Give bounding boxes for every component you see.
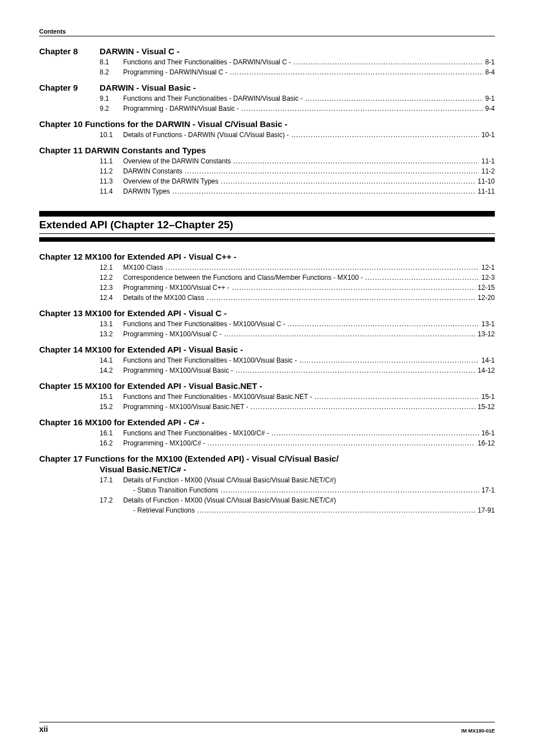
entry-title: Functions and Their Functionalities - DA… [123, 93, 483, 104]
entry-title: Programming - MX100/Visual C - [123, 329, 475, 339]
entry-page: 14-12 [475, 365, 495, 375]
entry-number: 9.1 [100, 93, 123, 104]
entry-page: 12-15 [475, 283, 495, 293]
toc-entry: 10.1Details of Functions - DARWIN (Visua… [100, 130, 495, 140]
entry-page: 10-1 [479, 130, 495, 140]
chapter-block: Chapter 13 MX100 for Extended API - Visu… [39, 308, 495, 339]
entry-page: 17-91 [475, 505, 495, 515]
entry-page: 9-4 [483, 104, 495, 114]
entry-page: 15-1 [479, 392, 495, 402]
toc-entry: 15.1Functions and Their Functionalities … [100, 392, 495, 402]
entry-number: 14.2 [100, 365, 123, 375]
entry-subtitle: - Status Transition Functions [123, 485, 479, 495]
entry-subtitle: - Retrieval Functions [123, 505, 475, 515]
entry-page: 11-2 [479, 166, 495, 176]
toc-entry-sub: - Retrieval Functions17-91 [100, 505, 495, 515]
entry-page: 9-1 [483, 93, 495, 104]
chapter-heading: Chapter 16 MX100 for Extended API - C# - [39, 417, 495, 427]
chapter-block: Chapter 17 Functions for the MX100 (Exte… [39, 454, 495, 515]
toc-entry: 12.3Programming - MX100/Visual C++ -12-1… [100, 283, 495, 293]
entry-page: 12-1 [479, 262, 495, 273]
toc-entry: 8.1Functions and Their Functionalities -… [100, 57, 495, 67]
entry-number: 15.1 [100, 392, 123, 402]
entry-title: Overview of the DARWIN Types [123, 176, 475, 186]
entry-title: Correspondence between the Functions and… [123, 273, 479, 283]
entry-title: Details of Function - MX00 (Visual C/Vis… [123, 495, 495, 505]
entry-number: 12.3 [100, 283, 123, 293]
toc-entry: 12.2Correspondence between the Functions… [100, 273, 495, 283]
entry-title: Overview of the DARWIN Constants [123, 156, 479, 166]
entry-number: 14.1 [100, 355, 123, 365]
entry-page: 17-1 [479, 485, 495, 495]
chapter-block: Chapter 12 MX100 for Extended API - Visu… [39, 252, 495, 303]
chapter-block: Chapter 11 DARWIN Constants and Types11.… [39, 145, 495, 196]
part-divider-bottom [39, 237, 495, 242]
entry-number: 17.1 [100, 475, 123, 485]
entry-title: Programming - DARWIN/Visual C - [123, 67, 483, 77]
entry-page: 11-1 [479, 156, 495, 166]
entry-number: 17.2 [100, 495, 123, 505]
toc-entry: 12.1MX100 Class12-1 [100, 262, 495, 273]
toc-entry: 9.1Functions and Their Functionalities -… [100, 93, 495, 104]
chapter-title: DARWIN - Visual C - [100, 46, 495, 56]
toc-entry: 9.2Programming - DARWIN/Visual Basic -9-… [100, 104, 495, 114]
chapter-heading: Chapter 8DARWIN - Visual C - [39, 46, 495, 56]
chapter-heading: Chapter 17 Functions for the MX100 (Exte… [39, 454, 495, 463]
toc-entry: 8.2Programming - DARWIN/Visual C -8-4 [100, 67, 495, 77]
toc-entry: 12.4Details of the MX100 Class12-20 [100, 293, 495, 303]
entry-title: Programming - MX100/Visual C++ - [123, 283, 475, 293]
toc-entry: 17.1Details of Function - MX00 (Visual C… [100, 475, 495, 485]
toc-entry: 17.2Details of Function - MX00 (Visual C… [100, 495, 495, 505]
page-footer: xii IM MX190-01E [39, 722, 495, 734]
chapter-label: Chapter 9 [39, 83, 100, 92]
toc-entry: 16.2Programming - MX100/C# -16-12 [100, 438, 495, 448]
entry-number: 10.1 [100, 130, 123, 140]
entry-page: 16-12 [475, 438, 495, 448]
running-head: Contents [39, 28, 495, 36]
chapter-heading: Chapter 10 Functions for the DARWIN - Vi… [39, 119, 495, 129]
entry-title: MX100 Class [123, 262, 479, 273]
chapter-heading-cont: Visual Basic.NET/C# - [100, 464, 495, 474]
entry-title: Details of Function - MX00 (Visual C/Vis… [123, 475, 495, 485]
entry-page: 15-12 [475, 402, 495, 412]
toc-entry: 13.1Functions and Their Functionalities … [100, 319, 495, 329]
chapter-label: Chapter 8 [39, 46, 100, 56]
chapter-title: DARWIN - Visual Basic - [100, 83, 495, 92]
entry-number: 16.2 [100, 438, 123, 448]
entry-title: Details of the MX100 Class [123, 293, 475, 303]
chapter-heading: Chapter 9DARWIN - Visual Basic - [39, 83, 495, 92]
entry-page: 8-1 [483, 57, 495, 67]
entry-number: 11.1 [100, 156, 123, 166]
chapter-heading: Chapter 13 MX100 for Extended API - Visu… [39, 308, 495, 318]
chapter-heading: Chapter 15 MX100 for Extended API - Visu… [39, 381, 495, 391]
chapter-block: Chapter 16 MX100 for Extended API - C# -… [39, 417, 495, 448]
entry-number: 16.1 [100, 428, 123, 438]
toc-entry: 11.2DARWIN Constants11-2 [100, 166, 495, 176]
toc-entry: 14.1Functions and Their Functionalities … [100, 355, 495, 365]
toc-entry: 16.1Functions and Their Functionalities … [100, 428, 495, 438]
toc-entry: 11.3Overview of the DARWIN Types11-10 [100, 176, 495, 186]
entry-title: Functions and Their Functionalities - MX… [123, 392, 479, 402]
chapter-heading: Chapter 12 MX100 for Extended API - Visu… [39, 252, 495, 261]
toc-entry: 14.2Programming - MX100/Visual Basic -14… [100, 365, 495, 375]
entry-title: Functions and Their Functionalities - MX… [123, 428, 479, 438]
entry-number: 13.1 [100, 319, 123, 329]
entry-page: 13-1 [479, 319, 495, 329]
entry-number: 13.2 [100, 329, 123, 339]
toc-entry: 13.2Programming - MX100/Visual C -13-12 [100, 329, 495, 339]
entry-title: Details of Functions - DARWIN (Visual C/… [123, 130, 479, 140]
toc-entry: 11.4DARWIN Types11-11 [100, 186, 495, 196]
entry-page: 14-1 [479, 355, 495, 365]
entry-page: 11-11 [475, 186, 495, 196]
entry-number: 15.2 [100, 402, 123, 412]
chapter-block: Chapter 15 MX100 for Extended API - Visu… [39, 381, 495, 412]
entry-title: Programming - MX100/Visual Basic - [123, 365, 475, 375]
entry-title: DARWIN Constants [123, 166, 479, 176]
toc-entry: 15.2Programming - MX100/Visual Basic.NET… [100, 402, 495, 412]
entry-page: 11-10 [475, 176, 495, 186]
entry-page: 8-4 [483, 67, 495, 77]
entry-title: Functions and Their Functionalities - MX… [123, 355, 479, 365]
chapter-heading: Chapter 14 MX100 for Extended API - Visu… [39, 345, 495, 354]
entry-title: Programming - MX100/C# - [123, 438, 475, 448]
entry-number: 11.4 [100, 186, 123, 196]
